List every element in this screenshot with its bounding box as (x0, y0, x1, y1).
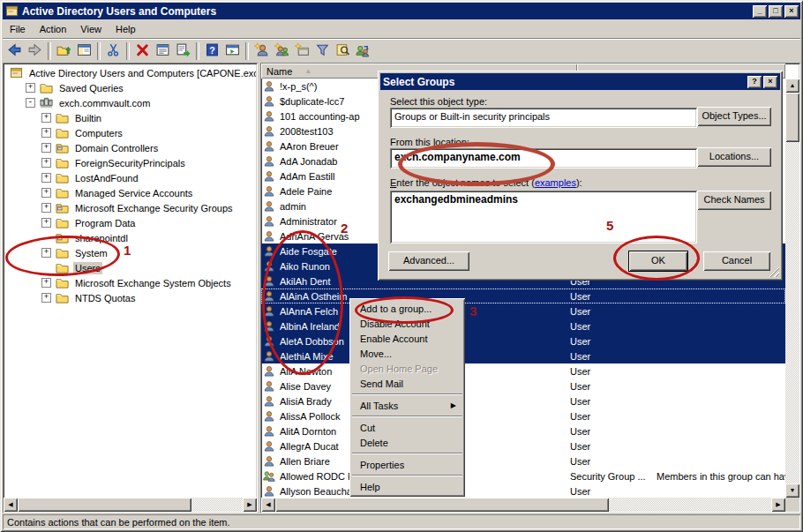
list-row-alanna-felch[interactable]: AlAnnA Felch User (261, 303, 785, 318)
filter-button[interactable] (312, 41, 333, 61)
menu-item-all-tasks[interactable]: All Tasks ▶ (351, 398, 463, 413)
tree-item-exch-commvault-com[interactable]: - exch.commvault.com (4, 95, 256, 110)
expander-icon[interactable]: + (41, 188, 51, 198)
list-row-alaina-ostheim[interactable]: AlAinA Ostheim User (261, 288, 785, 303)
list-row-allyson-beaucha[interactable]: Allyson Beaucha User (261, 483, 785, 498)
console-tree-icon (77, 42, 92, 59)
list-row-alise-davey[interactable]: Alise Davey User (261, 378, 785, 393)
list-row-albina-ireland[interactable]: AlbinA Ireland User (261, 318, 785, 333)
back-button[interactable] (4, 41, 25, 61)
expander-icon[interactable]: + (41, 158, 51, 168)
console-tree-button[interactable] (74, 41, 94, 61)
expander-icon[interactable]: + (41, 278, 51, 288)
expander-icon[interactable]: + (41, 113, 51, 123)
object-names-input[interactable]: exchangedbmineadmins (390, 191, 697, 244)
expander-icon[interactable]: + (41, 143, 51, 153)
cut-button[interactable] (103, 41, 124, 61)
list-row-allen-briare[interactable]: Allen Briare User (261, 453, 785, 468)
dialog-help-button[interactable]: ? (747, 76, 762, 88)
tree-item-system[interactable]: + System (4, 245, 256, 260)
expander-icon[interactable]: + (26, 83, 35, 93)
maximize-button[interactable]: □ (769, 5, 783, 18)
user-icon (263, 485, 275, 498)
tree-scroll-thumb[interactable] (18, 498, 191, 512)
new-group-button[interactable] (272, 41, 292, 61)
menubar-view[interactable]: View (73, 22, 109, 36)
tree-item-program-data[interactable]: + Program Data (4, 215, 256, 230)
list-row-allowed-rodc-p[interactable]: Allowed RODC P Security Group ... Member… (261, 468, 785, 483)
tree-item-managed-service-accounts[interactable]: + Managed Service Accounts (4, 185, 256, 200)
list-row-alethia-mixe[interactable]: AlethiA Mixe User (261, 348, 785, 363)
menu-item-cut[interactable]: Cut (351, 420, 463, 435)
list-row-alita-dornton[interactable]: AlitA Dornton User (261, 423, 785, 438)
tree-item-saved-queries[interactable]: + Saved Queries (4, 80, 256, 95)
dialog-close-button[interactable]: × (763, 76, 777, 88)
menu-item-send-mail[interactable]: Send Mail (351, 376, 463, 391)
expander-icon[interactable]: + (41, 218, 51, 228)
tree-item-domain-controllers[interactable]: + Domain Controllers (4, 140, 256, 155)
delete-button[interactable] (132, 41, 153, 61)
find-icon (335, 42, 350, 59)
close-button[interactable]: × (784, 5, 799, 18)
check-names-button[interactable]: Check Names (697, 191, 771, 210)
list-row-aleta-dobbson[interactable]: AletA Dobbson User (261, 333, 785, 348)
expander-icon[interactable]: + (41, 248, 51, 258)
object-types-button[interactable]: Object Types... (697, 107, 771, 126)
list-row-allegra-ducat[interactable]: AllegrA Ducat User (261, 438, 785, 453)
advanced-button[interactable]: Advanced... (388, 251, 469, 271)
properties-button[interactable] (153, 41, 173, 61)
menubar-action[interactable]: Action (33, 22, 74, 36)
export-list-button[interactable] (173, 41, 193, 61)
tree-item-active-directory-users-and-computers-capone-exch[interactable]: Active Directory Users and Computers [CA… (4, 65, 256, 80)
menu-item-help[interactable]: Help (351, 479, 463, 494)
scroll-left-icon[interactable]: ◀ (4, 498, 18, 512)
cancel-button[interactable]: Cancel (703, 251, 770, 271)
menu-item-open-home-page[interactable]: Open Home Page (351, 361, 463, 376)
locations-button[interactable]: Locations... (697, 147, 771, 167)
show-window-button[interactable] (222, 41, 243, 61)
tree-item-builtin[interactable]: + Builtin (4, 110, 256, 125)
menubar-help[interactable]: Help (109, 22, 143, 36)
scroll-right-icon[interactable]: ▶ (243, 498, 257, 512)
menu-item-add-to-a-group[interactable]: Add to a group... (351, 301, 463, 316)
expander-icon[interactable]: + (41, 293, 51, 303)
tree-item-sharepointdl[interactable]: sharepointdl (4, 230, 256, 245)
list-vscroll-thumb[interactable] (785, 93, 799, 142)
expander-icon[interactable]: + (41, 173, 51, 183)
list-row-alisia-brady[interactable]: AlisiA Brady User (261, 393, 785, 408)
up-level-button[interactable] (54, 41, 74, 61)
menu-item-disable-account[interactable]: Disable Account (351, 316, 463, 331)
list-row-alia-newton[interactable]: AliA Newton User (261, 363, 785, 378)
examples-link[interactable]: examples (535, 177, 576, 188)
scroll-left-icon[interactable]: ◀ (261, 498, 275, 512)
tree-item-foreignsecurityprincipals[interactable]: + ForeignSecurityPrincipals (4, 155, 256, 170)
menubar-file[interactable]: File (3, 22, 33, 36)
expander-icon[interactable]: + (41, 128, 51, 138)
tree-item-microsoft-exchange-system-objects[interactable]: + Microsoft Exchange System Objects (4, 275, 256, 290)
add-to-group-button[interactable] (353, 41, 373, 61)
menu-item-delete[interactable]: Delete (351, 435, 463, 450)
menu-item-enable-account[interactable]: Enable Account (351, 331, 463, 346)
tree-item-microsoft-exchange-security-groups[interactable]: + Microsoft Exchange Security Groups (4, 200, 256, 215)
ok-button[interactable]: OK (629, 251, 687, 271)
expander-icon[interactable]: + (41, 203, 51, 213)
expander-icon[interactable]: - (26, 98, 35, 108)
new-ou-button[interactable] (292, 41, 312, 61)
list-row-alissa-pollock[interactable]: AlissA Pollock User (261, 408, 785, 423)
minimize-button[interactable]: _ (753, 5, 767, 18)
new-user-button[interactable] (251, 41, 272, 61)
menu-item-properties[interactable]: Properties (351, 457, 463, 472)
tree-item-lostandfound[interactable]: + LostAndFound (4, 170, 256, 185)
menu-item-move[interactable]: Move... (351, 346, 463, 361)
scroll-up-icon[interactable]: ▲ (785, 79, 799, 93)
help-button[interactable] (202, 41, 222, 61)
delete-icon (135, 42, 150, 59)
tree-item-computers[interactable]: + Computers (4, 125, 256, 140)
list-hscroll-thumb[interactable] (275, 498, 609, 512)
scroll-down-icon[interactable]: ▼ (785, 483, 799, 498)
find-button[interactable] (333, 41, 353, 61)
tree-item-ntds-quotas[interactable]: + NTDS Quotas (4, 290, 256, 305)
scroll-right-icon[interactable]: ▶ (771, 498, 785, 512)
tree-item-users[interactable]: Users (4, 260, 256, 275)
forward-button[interactable] (25, 41, 45, 61)
